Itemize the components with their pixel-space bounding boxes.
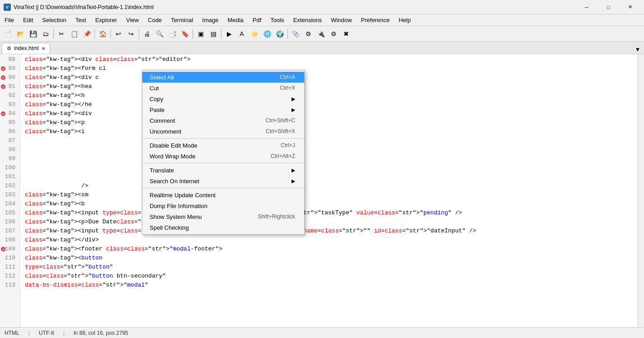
tb-macro[interactable]: ⚙ xyxy=(302,28,314,40)
menu-item-window[interactable]: Window xyxy=(326,14,356,26)
menu-item-preference[interactable]: Preference xyxy=(357,14,395,26)
menu-item-terminal[interactable]: Terminal xyxy=(166,14,197,26)
tb-findfile[interactable]: 📑 xyxy=(166,28,178,40)
line-number: 93 xyxy=(0,100,18,109)
line-number: 98 xyxy=(0,145,18,154)
menu-item-image[interactable]: Image xyxy=(197,14,223,26)
line-number: 102 xyxy=(0,181,18,190)
minimize-button[interactable]: ─ xyxy=(576,0,597,14)
ctx-item-copy[interactable]: Copy▶ xyxy=(142,93,304,104)
tb-snippet[interactable]: 📎 xyxy=(290,28,301,40)
ctx-item-disable-edit-mode[interactable]: Disable Edit ModeCtrl+J xyxy=(142,140,304,151)
ctx-item-spell-checking[interactable]: Spell Checking xyxy=(142,222,304,233)
tb-open[interactable]: 📂 xyxy=(14,28,26,40)
ctx-item-uncomment[interactable]: UncommentCtrl+Shift+X xyxy=(142,126,304,137)
tb-run[interactable]: ▶ xyxy=(223,28,235,40)
tb-close[interactable]: ✖ xyxy=(340,28,352,40)
ctx-item-realtime-update-content[interactable]: Realtime Update Content xyxy=(142,190,304,200)
line-number: 111 xyxy=(0,263,18,272)
tab-bar: ⚙ index.html ✕ ▼ xyxy=(0,42,644,54)
ctx-item-label: Word Wrap Mode xyxy=(150,153,253,160)
ctx-item-arrow: ▶ xyxy=(291,167,295,173)
tb-print[interactable]: 🖨 xyxy=(141,28,153,40)
vertical-scrollbar[interactable] xyxy=(638,54,644,327)
tb-redo[interactable]: ↪ xyxy=(125,28,137,40)
editor-body: 88●89●90●919293●949596979899100101102103… xyxy=(0,54,644,327)
ctx-item-label: Comment xyxy=(150,117,248,124)
tb-settings[interactable]: ⚙ xyxy=(328,28,339,40)
menu-item-pdf[interactable]: Pdf xyxy=(248,14,266,26)
menu-item-code[interactable]: Code xyxy=(143,14,166,26)
ctx-item-label: Cut xyxy=(150,85,262,92)
sep7 xyxy=(287,29,288,39)
menu-item-extensions[interactable]: Extensions xyxy=(289,14,327,26)
tb-star[interactable]: ⭐ xyxy=(249,28,260,40)
ctx-item-paste[interactable]: Paste▶ xyxy=(142,104,304,115)
line-number: 99 xyxy=(0,154,18,163)
line-number: 106 xyxy=(0,218,18,227)
code-line: class="kw-tag"><b xyxy=(25,199,638,208)
menu-item-edit[interactable]: Edit xyxy=(19,14,38,26)
tb-copy[interactable]: 📋 xyxy=(68,28,80,40)
tab-dropdown-btn[interactable]: ▼ xyxy=(633,45,642,54)
ctx-item-word-wrap-mode[interactable]: Word Wrap ModeCtrl+Alt+Z xyxy=(142,151,304,162)
tab-index-html[interactable]: ⚙ index.html ✕ xyxy=(2,43,50,54)
tb-new[interactable]: 📄 xyxy=(2,28,14,40)
ctx-item-translate[interactable]: Translate▶ xyxy=(142,165,304,176)
tb-saveall[interactable]: 🗂 xyxy=(40,28,52,40)
line-number: 107 xyxy=(0,227,18,236)
tb-bookmark[interactable]: 🔖 xyxy=(179,28,191,40)
menu-item-selection[interactable]: Selection xyxy=(38,14,71,26)
menu-item-tools[interactable]: Tools xyxy=(266,14,288,26)
status-bar: HTML | UTF-8 | ln 88, col 16, pos 2795 xyxy=(0,327,644,338)
code-line: class="kw-tag"></he xyxy=(25,100,638,109)
tab-close-btn[interactable]: ✕ xyxy=(42,46,45,51)
menu-item-view[interactable]: View xyxy=(122,14,143,26)
ctx-item-search-on-internet[interactable]: Search On Internet▶ xyxy=(142,176,304,186)
code-line: class="kw-tag"><form cl xyxy=(25,64,638,73)
ctx-item-label: Uncomment xyxy=(150,128,248,135)
tb-globe1[interactable]: 🌐 xyxy=(261,28,273,40)
tb-save[interactable]: 💾 xyxy=(27,28,39,40)
code-line xyxy=(25,172,638,181)
tab-file-icon: ⚙ xyxy=(7,46,11,51)
ctx-item-cut[interactable]: CutCtrl+X xyxy=(142,83,304,93)
menu-item-file[interactable]: File xyxy=(0,14,19,26)
code-line: class="kw-tag"><div c xyxy=(25,73,638,82)
ctx-item-arrow: ▶ xyxy=(291,107,295,113)
menu-item-explorer[interactable]: Explorer xyxy=(91,14,122,26)
line-number: 110 xyxy=(0,254,18,263)
close-button[interactable]: ✕ xyxy=(620,0,640,14)
menu-item-text[interactable]: Text xyxy=(71,14,91,26)
ctx-item-select-all[interactable]: Select AllCtrl+A xyxy=(142,72,304,83)
ctx-item-show-system-menu[interactable]: Show System MenuShift+Rightclick xyxy=(142,211,304,222)
sep3 xyxy=(110,29,111,39)
tb-home[interactable]: 🏠 xyxy=(97,28,108,40)
ctx-item-dump-file-information[interactable]: Dump File Information xyxy=(142,200,304,211)
maximize-button[interactable]: □ xyxy=(598,0,619,14)
menu-item-media[interactable]: Media xyxy=(223,14,248,26)
menu-item-help[interactable]: Help xyxy=(394,14,415,26)
line-number: 108 xyxy=(0,236,18,245)
ctx-separator xyxy=(142,163,304,163)
code-line: class="kw-tag"><input type=class="str">"… xyxy=(25,227,638,236)
ctx-item-label: Dump File Information xyxy=(150,203,295,209)
tb-paste[interactable]: 📌 xyxy=(81,28,93,40)
code-line: class="kw-tag"><div class=class="str">"e… xyxy=(25,55,638,64)
code-line: /> xyxy=(25,181,638,190)
tb-panel1[interactable]: ▣ xyxy=(195,28,207,40)
ctx-item-shortcut: Ctrl+Shift+X xyxy=(266,128,295,134)
tb-panel2[interactable]: ▤ xyxy=(207,28,219,40)
tb-globe2[interactable]: 🌍 xyxy=(274,28,286,40)
tb-undo[interactable]: ↩ xyxy=(113,28,124,40)
tb-plugin[interactable]: 🔌 xyxy=(315,28,327,40)
ctx-item-label: Select All xyxy=(150,74,262,81)
code-area[interactable]: class="kw-tag"><div class=class="str">"e… xyxy=(20,54,638,327)
tb-cut[interactable]: ✂ xyxy=(56,28,67,40)
ctx-item-comment[interactable]: CommentCtrl+Shift+C xyxy=(142,115,304,126)
ctx-item-arrow: ▶ xyxy=(291,96,295,102)
tb-find[interactable]: 🔍 xyxy=(154,28,165,40)
tb-font[interactable]: A xyxy=(236,28,248,40)
ctx-item-label: Realtime Update Content xyxy=(150,192,295,199)
line-number: ●91 xyxy=(0,82,18,91)
